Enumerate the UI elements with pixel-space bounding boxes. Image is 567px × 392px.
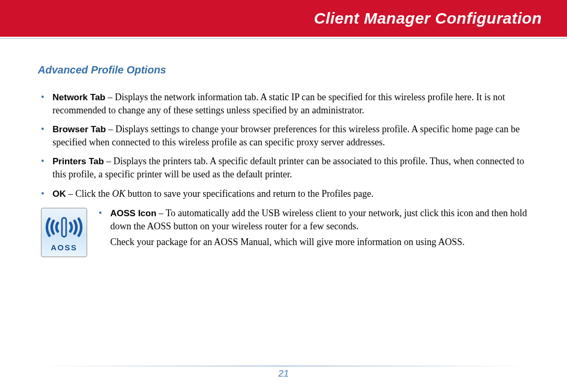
option-network: Network Tab – Displays the network infor… <box>38 91 529 116</box>
aoss-follow-text: Check your package for an AOSS Manual, w… <box>96 236 529 248</box>
aoss-antenna-icon <box>44 211 84 242</box>
ok-italic-word: OK <box>112 188 125 199</box>
content-area: Advanced Profile Options Network Tab – D… <box>0 39 567 392</box>
option-label: OK <box>52 189 66 199</box>
option-browser: Browser Tab – Displays settings to chang… <box>38 123 529 149</box>
footer-rule <box>39 366 528 366</box>
aoss-list: AOSS Icon – To automatically add the USB… <box>96 207 529 232</box>
option-text: – Displays the network information tab. … <box>52 92 505 115</box>
option-text-pre: – Click the <box>66 188 112 199</box>
page-number: 21 <box>278 368 289 379</box>
header-band: Client Manager Configuration <box>0 0 567 37</box>
option-aoss: AOSS Icon – To automatically add the USB… <box>96 207 529 232</box>
option-text: – Displays settings to change your brows… <box>52 124 520 147</box>
option-label: AOSS Icon <box>110 208 156 218</box>
options-list: Network Tab – Displays the network infor… <box>38 91 529 200</box>
footer: 21 <box>0 366 567 379</box>
aoss-icon-container: AOSS <box>38 207 96 257</box>
aoss-text-col: AOSS Icon – To automatically add the USB… <box>96 207 529 249</box>
option-label: Printers Tab <box>52 156 104 166</box>
option-text: – Displays the printers tab. A specific … <box>52 156 524 179</box>
page-title: Client Manager Configuration <box>314 9 542 27</box>
aoss-icon-caption: AOSS <box>51 243 78 252</box>
document-page: Client Manager Configuration Advanced Pr… <box>0 0 567 392</box>
option-ok: OK – Click the OK button to save your sp… <box>38 187 529 200</box>
option-text: – To automatically add the USB wireless … <box>110 208 527 231</box>
aoss-icon: AOSS <box>41 208 87 257</box>
aoss-block: AOSS AOSS Icon – To automatically add th… <box>38 207 529 257</box>
option-label: Network Tab <box>52 92 106 102</box>
section-title: Advanced Profile Options <box>38 64 529 76</box>
option-text-post: button to save your specifications and r… <box>125 188 374 199</box>
svg-rect-0 <box>62 218 66 237</box>
option-printers: Printers Tab – Displays the printers tab… <box>38 155 529 181</box>
option-label: Browser Tab <box>52 124 106 134</box>
